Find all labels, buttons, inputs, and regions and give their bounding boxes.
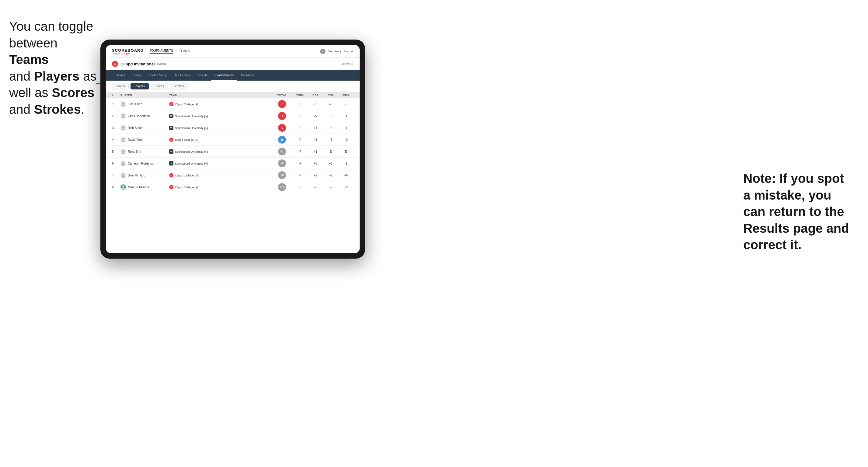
col-thru: THRU xyxy=(293,94,308,97)
tab-tee-groups[interactable]: Tee Groups xyxy=(171,70,194,81)
team-cell: SB Scoreboard University [A] xyxy=(169,114,271,118)
scoreboard-logo: SCOREBOARD Powered by clippd xyxy=(112,48,144,55)
player-avatar xyxy=(121,125,126,130)
rd3-val: -1 xyxy=(338,162,353,165)
table-row: 2 Chris Robertson SB Scoreboard Universi… xyxy=(106,110,360,122)
team-cell: SB Scoreboard University [A] xyxy=(169,149,271,154)
team-logo: C xyxy=(169,173,174,177)
thru-val: F xyxy=(293,126,308,130)
player-name: Rich Butler xyxy=(128,126,143,130)
table-row: 4 David Ford C Clippd College [A] E F +1… xyxy=(106,134,360,146)
player-cell: Chris Robertson xyxy=(121,113,169,119)
table-row: 6 Cameron Robertson SB Scoreboard Univer… xyxy=(106,158,360,169)
rd3-val: -1 xyxy=(338,126,353,130)
rd3-val: +3 xyxy=(338,138,353,142)
table-row: 7 Blair McHarg C Clippd College [A] +8 F… xyxy=(106,169,360,181)
rd3-val: -5 xyxy=(338,102,353,106)
tournament-title: C Clippd Invitational (Men) xyxy=(112,61,166,67)
tournament-name: Clippd Invitational xyxy=(121,62,155,66)
tab-course-setup[interactable]: Course Setup xyxy=(145,70,171,81)
nav-link-teams[interactable]: TEAMS xyxy=(179,49,190,53)
rd1-val: +3 xyxy=(308,102,323,106)
tab-results[interactable]: Results xyxy=(194,70,211,81)
team-logo: C xyxy=(169,185,174,189)
top-nav-right: Test User | Sign out xyxy=(320,49,353,54)
player-cell: Blair McHarg xyxy=(121,173,169,178)
toggle-teams[interactable]: Teams xyxy=(112,83,129,89)
thru-val: F xyxy=(293,162,308,165)
rank: 8 xyxy=(112,186,121,189)
rd2-val: +5 xyxy=(323,115,338,118)
tab-leaderboards[interactable]: Leaderboards xyxy=(211,70,237,81)
player-name: Blair McHarg xyxy=(128,174,146,177)
tournament-logo: C xyxy=(112,61,118,67)
toggle-row: Teams Players Scores Strokes xyxy=(106,81,360,92)
col-rd1: RD1 xyxy=(308,94,323,97)
rank: 4 xyxy=(112,138,121,142)
powered-by: Powered by clippd xyxy=(112,53,144,55)
team-cell: C Clippd College [A] xyxy=(169,137,271,142)
tab-teams[interactable]: Teams xyxy=(129,70,145,81)
player-cell: David Ford xyxy=(121,137,169,143)
rank: 6 xyxy=(112,162,121,165)
total-cell: -8 xyxy=(271,100,293,108)
user-avatar xyxy=(320,49,326,54)
rd2-val: +1 xyxy=(323,174,338,177)
team-cell: C Clippd College [A] xyxy=(169,173,271,177)
tournament-subtitle: (Men) xyxy=(157,62,166,66)
player-name: Marcus Turners xyxy=(128,186,149,189)
toggle-strokes[interactable]: Strokes xyxy=(170,83,188,89)
rd3-val: -4 xyxy=(338,115,353,118)
rd3-val: E xyxy=(338,150,353,153)
total-cell: E xyxy=(271,136,293,144)
team-name: Clippd College [A] xyxy=(175,186,198,189)
player-cell: Marcus Turners xyxy=(121,184,169,190)
player-name: Rees Britt xyxy=(128,150,141,153)
player-avatar xyxy=(121,161,126,166)
rank: 2 xyxy=(112,115,121,118)
score-badge: +1 xyxy=(278,148,286,155)
rd3-val: +6 xyxy=(338,174,353,177)
tab-details[interactable]: Details xyxy=(112,70,129,81)
col-rank: # xyxy=(112,94,121,97)
player-cell: Rees Britt xyxy=(121,149,169,154)
top-nav-links: TOURNAMENTS TEAMS xyxy=(150,49,320,54)
total-cell: -2 xyxy=(271,124,293,132)
svg-point-5 xyxy=(122,150,124,152)
player-avatar xyxy=(121,137,126,143)
annotation-text: You can toggle between Teams and Players… xyxy=(9,19,96,117)
total-cell: +1 xyxy=(271,148,293,155)
team-cell: C Clippd College [A] xyxy=(169,102,271,106)
cancel-button[interactable]: Cancel ✕ xyxy=(341,62,353,66)
nav-link-tournaments[interactable]: TOURNAMENTS xyxy=(150,49,173,54)
user-label: Test User | xyxy=(328,50,341,53)
table-header: # PLAYER TEAM TOTAL THRU RD1 RD2 RD3 xyxy=(106,92,360,98)
player-cell: Rich Butler xyxy=(121,125,169,130)
team-name: Scoreboard University [A] xyxy=(175,126,208,130)
thru-val: F xyxy=(293,186,308,189)
team-cell: SB Scoreboard University [A] xyxy=(169,161,271,165)
note-label: Note: If you spota mistake, youcan retur… xyxy=(743,171,849,252)
rd1-val: +2 xyxy=(308,186,323,189)
rd1-val: +1 xyxy=(308,126,323,130)
player-name: Elliot Ebert xyxy=(128,102,143,106)
svg-point-2 xyxy=(122,114,124,117)
rd2-val: -6 xyxy=(323,102,338,106)
player-avatar xyxy=(121,184,126,190)
tab-printables[interactable]: Printables xyxy=(237,70,258,81)
total-cell: -4 xyxy=(271,112,293,120)
player-avatar xyxy=(121,101,126,107)
tournament-header: C Clippd Invitational (Men) Cancel ✕ xyxy=(106,58,360,70)
total-cell: +11 xyxy=(271,183,293,191)
toggle-players[interactable]: Players xyxy=(130,83,149,89)
player-avatar xyxy=(121,149,126,154)
rd1-val: +1 xyxy=(308,150,323,153)
sign-out-link[interactable]: Sign out xyxy=(343,50,353,53)
score-badge: -4 xyxy=(278,112,286,120)
thru-val: F xyxy=(293,174,308,177)
player-avatar xyxy=(121,173,126,178)
svg-point-1 xyxy=(122,102,124,105)
toggle-scores[interactable]: Scores xyxy=(151,83,168,89)
player-cell: Elliot Ebert xyxy=(121,101,169,107)
table-row: 3 Rich Butler SB Scoreboard University [… xyxy=(106,122,360,134)
